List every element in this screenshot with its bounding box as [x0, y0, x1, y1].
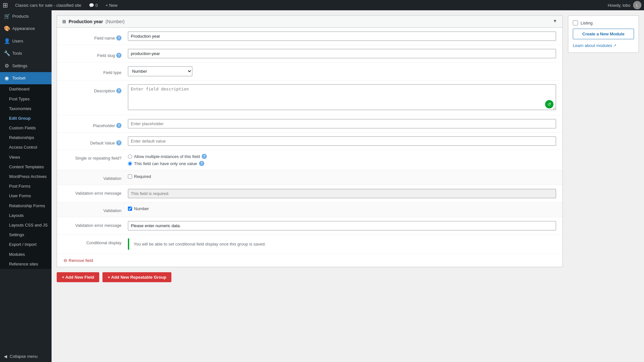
description-control: ↺ [128, 84, 556, 111]
sidebar-item-reference-sites[interactable]: Reference sites [0, 259, 52, 269]
settings-icon: ⚙ [4, 62, 10, 70]
reference-sites-label: Reference sites [9, 261, 38, 267]
sidebar-item-appearance[interactable]: 🎨 Appearance [0, 23, 52, 35]
sidebar-item-relationship-forms[interactable]: Relationship Forms [0, 201, 52, 211]
placeholder-control [128, 119, 556, 128]
field-name-input[interactable] [128, 32, 556, 41]
validation-error-1-label: Validation error message [63, 189, 128, 196]
learn-modules-link[interactable]: Learn about modules ↗ [573, 43, 634, 48]
sidebar-item-layouts-css-js[interactable]: Layouts CSS and JS [0, 220, 52, 230]
sidebar-item-tools[interactable]: 🔧 Tools [0, 47, 52, 60]
field-name-help-icon[interactable]: ? [116, 35, 121, 41]
default-value-help-icon[interactable]: ? [116, 140, 121, 145]
views-label: Views [9, 154, 20, 160]
description-refresh-button[interactable]: ↺ [545, 100, 553, 108]
field-type-row: Field type Number Text Textarea Date [57, 62, 562, 80]
sidebar-item-taxonomies[interactable]: Taxonomies [0, 104, 52, 114]
collapse-menu-label: Collapse menu [10, 354, 38, 359]
sidebar-item-user-forms[interactable]: User Forms [0, 191, 52, 201]
validation-label: Validation [63, 174, 128, 181]
sidebar-label-appearance: Appearance [12, 26, 35, 32]
relationship-forms-label: Relationship Forms [9, 203, 45, 209]
layouts-label: Layouts [9, 213, 24, 218]
conditional-display-control: You will be able to set conditional fiel… [128, 238, 556, 250]
single-value-help-icon[interactable]: ? [199, 161, 204, 166]
action-bar: + Add New Field + Add New Repeatable Gro… [57, 272, 563, 282]
wp-logo-icon[interactable]: ⊞ [3, 1, 8, 9]
modules-label: Modules [9, 252, 25, 257]
collapse-chevron-icon[interactable]: ▲ [553, 19, 557, 24]
avatar: L [633, 1, 641, 9]
sidebar-item-modules[interactable]: Modules [0, 250, 52, 259]
toolset-icon: ◉ [4, 75, 10, 82]
validation-error-1-input[interactable] [128, 189, 556, 198]
settings-sub-label: Settings [9, 232, 24, 238]
collapse-menu-button[interactable]: ◀ Collapse menu [0, 351, 52, 362]
single-or-repeating-row: Single or repeating field? Allow multipl… [57, 150, 562, 170]
sidebar-item-content-templates[interactable]: Content Templates [0, 162, 52, 172]
listing-checkbox[interactable] [573, 20, 578, 25]
new-post-link[interactable]: + New [103, 0, 119, 10]
appearance-icon: 🎨 [4, 25, 10, 32]
default-value-input[interactable] [128, 136, 556, 146]
comments-link[interactable]: 💬 0 [87, 0, 100, 10]
drag-handle-icon: ⊞ [62, 19, 66, 24]
single-or-repeating-label: Single or repeating field? [63, 154, 128, 161]
sidebar-item-layouts[interactable]: Layouts [0, 211, 52, 220]
right-sidebar: Listing Create a New Module Learn about … [568, 15, 639, 357]
site-name: Classic cars for sale - classified site [15, 3, 81, 8]
allow-multiple-help-icon[interactable]: ? [202, 154, 207, 159]
allow-multiple-radio[interactable] [128, 154, 132, 159]
tools-icon: 🔧 [4, 50, 10, 57]
validation-error-2-input[interactable] [128, 221, 556, 230]
sidebar-item-views[interactable]: Views [0, 153, 52, 162]
taxonomies-label: Taxonomies [9, 106, 31, 112]
sidebar-item-dashboard[interactable]: Dashboard [0, 84, 52, 94]
sidebar-item-settings-sub[interactable]: Settings [0, 230, 52, 240]
required-checkbox[interactable] [128, 174, 132, 179]
sidebar-item-edit-group[interactable]: Edit Group [0, 114, 52, 123]
sidebar-item-wordpress-archives[interactable]: WordPress Archives [0, 172, 52, 181]
field-type-control: Number Text Textarea Date [128, 66, 556, 76]
export-import-label: Export / Import [9, 242, 36, 247]
sidebar-item-toolset[interactable]: ◉ Toolset [0, 72, 52, 84]
users-icon: 👤 [4, 38, 10, 45]
field-slug-input[interactable] [128, 49, 556, 58]
field-card-header[interactable]: ⊞ Production year (Number) ▲ [57, 16, 562, 28]
comments-icon: 💬 [89, 3, 94, 8]
sidebar-item-settings[interactable]: ⚙ Settings [0, 60, 52, 72]
description-help-icon[interactable]: ? [116, 88, 121, 93]
single-value-label[interactable]: This field can have only one value ? [128, 161, 556, 166]
sidebar-item-post-types[interactable]: Post Types [0, 94, 52, 104]
allow-multiple-label[interactable]: Allow multiple-instances of this field ? [128, 154, 556, 159]
single-value-radio[interactable] [128, 162, 132, 166]
placeholder-input[interactable] [128, 119, 556, 128]
add-new-repeatable-button[interactable]: + Add New Repeatable Group [102, 272, 171, 282]
center-col: ⊞ Production year (Number) ▲ Field name … [57, 15, 563, 357]
sidebar-item-products[interactable]: 🛒 Products [0, 10, 52, 23]
create-module-button[interactable]: Create a New Module [573, 29, 634, 39]
field-title-name: Production year [69, 19, 103, 24]
remove-field-button[interactable]: ⊖ Remove field [57, 254, 100, 267]
number-checkbox-label[interactable]: Number [128, 206, 556, 211]
description-textarea[interactable] [128, 84, 556, 110]
number-checkbox[interactable] [128, 207, 132, 211]
field-name-control [128, 32, 556, 41]
field-type-select[interactable]: Number Text Textarea Date [128, 66, 192, 76]
sidebar-item-post-forms[interactable]: Post Forms [0, 181, 52, 191]
number-checkbox-text: Number [134, 206, 149, 211]
sidebar-item-access-control[interactable]: Access Control [0, 143, 52, 152]
site-name-link[interactable]: Classic cars for sale - classified site [13, 0, 83, 10]
validation-error-1-row: Validation error message [57, 185, 562, 202]
sidebar-item-relationships[interactable]: Relationships [0, 133, 52, 143]
field-slug-help-icon[interactable]: ? [116, 53, 121, 58]
sidebar-item-export-import[interactable]: Export / Import [0, 240, 52, 249]
sidebar-item-custom-fields[interactable]: Custom Fields [0, 123, 52, 133]
add-new-field-button[interactable]: + Add New Field [57, 272, 99, 282]
allow-multiple-text: Allow multiple-instances of this field [134, 154, 200, 159]
sidebar-item-users[interactable]: 👤 Users [0, 35, 52, 47]
placeholder-row: Placeholder ? [57, 115, 562, 133]
validation-error-1-control [128, 189, 556, 198]
placeholder-help-icon[interactable]: ? [116, 123, 121, 128]
required-checkbox-label[interactable]: Required [128, 174, 556, 179]
